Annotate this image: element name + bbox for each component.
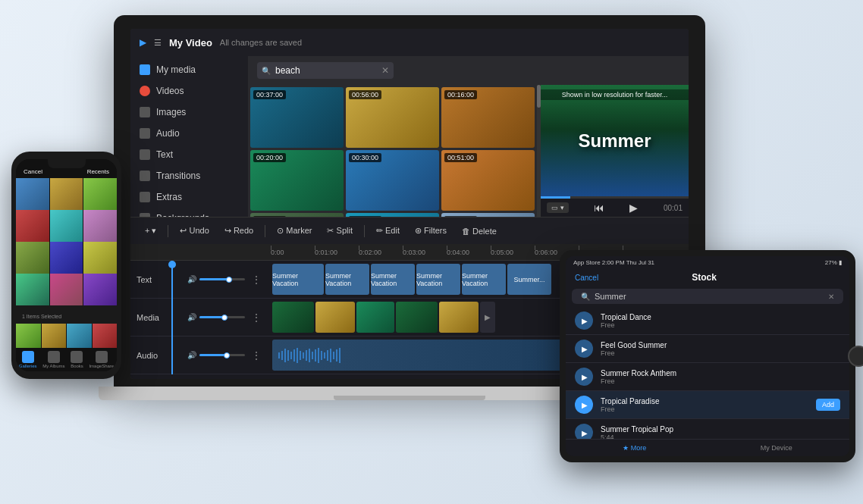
svg-rect-4 [290,352,292,359]
tablet-music-item-4[interactable]: ▶ Tropical Paradise Free Add [566,391,849,419]
tablet-play-btn-2[interactable]: ▶ [575,340,593,358]
project-title[interactable]: My Video [169,37,212,49]
sidebar-item-audio[interactable]: Audio [130,123,248,144]
sidebar-item-text[interactable]: Text [130,144,248,165]
redo-button[interactable]: ↪ Redo [219,224,259,238]
play-pause-button[interactable]: ▶ [629,202,638,214]
tablet-search-value[interactable]: Summer [595,292,626,301]
tablet-search-clear[interactable]: ✕ [828,293,834,301]
svg-rect-7 [300,351,301,360]
video-thumb-1[interactable]: 00:37:00 [250,87,344,148]
phone-recent-photo-3[interactable] [67,324,92,349]
folder-icon [140,64,150,75]
text-volume-bar[interactable] [199,278,245,280]
sidebar-item-backgrounds[interactable]: Backgrounds [130,208,248,217]
media-clip-5[interactable] [439,302,479,333]
media-volume-bar[interactable] [199,316,245,318]
phone-photo-3[interactable] [83,178,117,211]
media-expand-button[interactable]: ▶ [480,302,495,333]
phone-tab-albums[interactable]: My Albums [42,351,64,368]
text-clip-2[interactable]: Summer Vacation [325,264,369,295]
sidebar-item-extras[interactable]: Extras [130,186,248,208]
video-thumb-8[interactable]: 00:21:00 [346,213,439,217]
tablet-status-bar: App Store 2:00 PM Thu Jul 31 27% ▮ [566,256,849,269]
marker-button[interactable]: ⊙ Marker [271,224,317,238]
phone-tab-galleries[interactable]: Galleries [19,351,37,368]
search-clear-button[interactable]: ✕ [381,65,389,76]
video-thumb-6[interactable]: 00:51:00 [441,150,535,211]
phone-recent-photo-2[interactable] [42,324,67,349]
tablet-play-btn-3[interactable]: ▶ [575,368,593,386]
tablet-tab-my-device[interactable]: My Device [761,444,792,452]
search-input[interactable] [257,62,394,79]
phone-photo-10[interactable] [16,274,49,305]
tablet-item-sub-4: Free [601,405,808,413]
phone-photo-1[interactable] [16,178,49,211]
phone-photo-8[interactable] [50,242,83,275]
sidebar-item-videos[interactable]: Videos [130,80,248,102]
media-clip-1[interactable] [272,302,314,333]
video-thumb-2[interactable]: 00:56:00 [346,87,439,148]
media-track-more-button[interactable]: ⋮ [248,311,265,324]
phone-photo-11[interactable] [50,274,83,305]
tablet-music-item-3[interactable]: ▶ Summer Rock Anthem Free [566,363,849,391]
video-thumb-9[interactable]: 00:15:00 [441,213,535,217]
tablet-home-button[interactable] [848,346,863,367]
text-clip-5[interactable]: Summer Vacation [462,264,506,295]
phone-photo-5[interactable] [50,210,83,243]
split-button[interactable]: ✂ Split [322,224,357,238]
video-thumb-3[interactable]: 00:16:00 [441,87,535,148]
tablet-music-item-1[interactable]: ▶ Tropical Dance Free [566,307,849,335]
tablet-play-btn-5[interactable]: ▶ [575,424,593,439]
tablet-add-button[interactable]: Add [816,399,840,411]
text-clip-1[interactable]: Summer Vacation [272,264,324,295]
text-clip-4[interactable]: Summer Vacation [416,264,460,295]
tablet-play-btn-1[interactable]: ▶ [575,311,593,330]
app-logo: ▶ [140,37,146,48]
play-icon-4: ▶ [582,401,588,409]
audio-volume-fill [199,354,227,356]
filters-button[interactable]: ⊛ Filters [410,224,452,238]
phone-photo-12[interactable] [83,274,117,305]
tablet-cancel-button[interactable]: Cancel [575,274,598,282]
video-thumb-4[interactable]: 00:20:00 [250,150,344,211]
undo-button[interactable]: ↩ Undo [174,224,214,238]
audio-volume-bar[interactable] [199,354,245,356]
add-button[interactable]: + ▾ [140,224,162,238]
phone-tab-imageshare[interactable]: ImageShare [89,351,114,368]
media-clip-2[interactable] [315,302,355,333]
phone-tab-books[interactable]: Books [71,351,83,368]
sidebar-item-my-media[interactable]: My media [130,59,248,80]
phone-photo-6[interactable] [83,210,117,243]
tablet-tab-more[interactable]: ★ More [623,444,646,452]
phone-photo-2[interactable] [50,178,83,211]
text-clip-6[interactable]: Summer... [507,264,551,295]
audio-track-name: Audio [137,351,158,360]
tablet-music-item-2[interactable]: ▶ Feel Good Summer Free [566,335,849,363]
svg-rect-5 [293,349,295,362]
media-clip-4[interactable] [396,302,438,333]
sidebar-item-transitions[interactable]: Transitions [130,165,248,186]
video-thumb-5[interactable]: 00:30:00 [346,150,439,211]
hamburger-icon[interactable]: ☰ [154,38,162,48]
prev-frame-button[interactable]: ⏮ [594,202,604,214]
tablet-bottom-tabs: ★ More My Device [566,439,849,456]
phone-recent-photo-4[interactable] [93,324,118,349]
video-thumb-7[interactable]: 00:37:00 [250,213,344,217]
delete-button[interactable]: 🗑 Delete [457,224,502,238]
preview-size-button[interactable]: ▭ ▾ [547,202,569,213]
phone-recents-text[interactable]: Recents [87,168,109,175]
tablet-play-btn-4[interactable]: ▶ [575,396,593,414]
phone-recent-photo-1[interactable] [16,324,41,349]
sidebar-item-images[interactable]: Images [130,102,248,123]
edit-button[interactable]: ✏ Edit [371,224,405,238]
phone-cancel-text[interactable]: Cancel [24,168,42,175]
text-track-more-button[interactable]: ⋮ [248,274,265,286]
phone-photo-4[interactable] [16,210,49,243]
phone-photo-9[interactable] [83,242,117,275]
text-clip-3[interactable]: Summer Vacation [371,264,415,295]
phone-photo-7[interactable] [16,242,49,275]
media-clip-3[interactable] [356,302,394,333]
tablet-music-item-5[interactable]: ▶ Summer Tropical Pop 5:44 [566,419,849,439]
audio-track-more-button[interactable]: ⋮ [248,349,265,362]
